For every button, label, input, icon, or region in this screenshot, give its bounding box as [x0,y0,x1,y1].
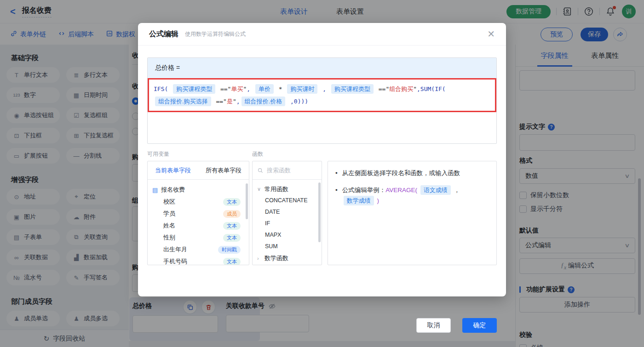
modal-subtitle: 使用数学运算符编辑公式 [185,30,246,38]
modal-title: 公式编辑 [149,29,178,39]
document-icon: ▤ [152,187,158,193]
formula-token: " [413,85,417,92]
search-icon [257,167,264,174]
tip-line-2: • 公式编辑举例：AVERAGE( 语文成绩 ， 数学成绩 ) [335,185,489,206]
cancel-button[interactable]: 取消 [416,318,451,333]
variable-name: 校区 [163,198,175,206]
function-group-label: 常用函数 [264,185,288,193]
variables-label: 可用变量 [147,150,252,158]
variable-row[interactable]: 出生年月时间戳 [152,244,245,256]
formula-token: IFS( [154,85,172,92]
formula-token: ==" [217,85,231,92]
tips-panel: •从左侧面板选择字段名和函数，或输入函数 • 公式编辑举例：AVERAGE( 语… [328,161,497,265]
formula-token: ,SUM(IF( [417,85,446,92]
variable-row[interactable]: 性别文本 [152,232,245,244]
function-group-文本函数[interactable]: ›文本函数 [257,264,322,265]
variable-type-badge: 文本 [223,222,241,230]
field-chip[interactable]: 单价 [255,84,274,94]
variable-type-badge: 成员 [223,210,241,218]
chevron-right-icon: › [257,256,262,261]
variable-row[interactable]: 校区文本 [152,196,245,208]
field-chip[interactable]: 组合报价.价格 [242,97,286,106]
field-chip[interactable]: 购买课程类型 [331,84,374,94]
confirm-button[interactable]: 确定 [462,318,497,333]
field-chip[interactable]: 购买课时 [287,84,317,94]
close-icon[interactable]: ✕ [487,29,495,39]
formula-content[interactable]: IFS( 购买课程类型 =="单买", 单价 * 购买课时 , 购买课程类型 =… [148,78,496,144]
tab-current-form-fields[interactable]: 当前表单字段 [155,166,191,175]
functions-panel: ∨常用函数CONCATENATEDATEIFMAPXSUM›数学函数›文本函数 [252,161,322,265]
function-group-数学函数[interactable]: ›数学函数 [257,252,322,264]
field-chip[interactable]: 组合报价.购买选择 [155,97,211,106]
functions-scrollbar[interactable] [318,182,321,242]
function-item-SUM[interactable]: SUM [257,241,322,252]
variable-name: 姓名 [163,222,175,230]
variable-name: 学员 [163,210,175,218]
function-item-MAPX[interactable]: MAPX [257,229,322,241]
chevron-down-icon: ∨ [257,186,262,192]
variable-type-badge: 时间戳 [218,246,241,254]
variable-name: 性别 [163,233,175,242]
formula-token: 组合购买 [389,85,413,92]
function-group-label: 数学函数 [264,254,288,262]
tip-line-1: •从左侧面板选择字段名和函数，或输入函数 [335,168,489,178]
field-chip[interactable]: 数学成绩 [344,196,374,205]
formula-token: " [233,98,236,105]
formula-token: AVERAGE( [385,187,419,193]
tab-all-form-fields[interactable]: 所有表单字段 [206,166,242,175]
formula-target: 总价格 = [148,58,496,78]
formula-token: , [319,85,329,92]
formula-token: * [275,85,286,92]
formula-token: 单买 [231,85,243,92]
variable-type-badge: 文本 [223,234,241,242]
formula-token: , [247,85,254,92]
field-chip[interactable]: 购买课程类型 [173,84,215,94]
function-item-IF[interactable]: IF [257,218,322,229]
formula-box: 总价格 = IFS( 购买课程类型 =="单买", 单价 * 购买课时 , 购买… [147,57,497,144]
function-item-CONCATENATE[interactable]: CONCATENATE [257,195,322,206]
variable-type-badge: 文本 [223,198,241,206]
function-item-DATE[interactable]: DATE [257,206,322,218]
function-search-input[interactable] [267,167,313,174]
formula-token: , [236,98,240,105]
functions-label: 函数 [252,150,263,158]
modal-header: 公式编辑 使用数学运算符编辑公式 ✕ [138,23,506,46]
variables-scrollbar[interactable] [246,183,248,219]
field-chip[interactable]: 语文成绩 [420,185,451,195]
formula-expression[interactable]: IFS( 购买课程类型 =="单买", 单价 * 购买课时 , 购买课程类型 =… [148,78,496,112]
formula-token: ,0))) [287,98,308,105]
formula-token: ， [452,187,460,193]
formula-token: ) [375,197,379,204]
function-group-常用函数[interactable]: ∨常用函数 [257,183,322,195]
formula-token: ==" [213,98,227,105]
variable-name: 出生年月 [163,245,187,254]
variable-row[interactable]: 手机号码文本 [152,256,245,265]
form-root-node[interactable]: ▤ 报名收费 [152,184,245,196]
variable-row[interactable]: 学员成员 [152,208,245,220]
function-search [253,161,322,180]
formula-token: 是 [227,98,233,105]
variable-row[interactable]: 姓名文本 [152,220,245,232]
formula-editor-modal: 公式编辑 使用数学运算符编辑公式 ✕ 总价格 = IFS( 购买课程类型 =="… [138,23,506,296]
variable-name: 手机号码 [163,257,187,265]
formula-token: ==" [375,85,389,92]
variables-panel: 当前表单字段所有表单字段 ▤ 报名收费 校区文本学员成员姓名文本性别文本出生年月… [147,161,249,265]
variable-type-badge: 文本 [223,258,241,266]
